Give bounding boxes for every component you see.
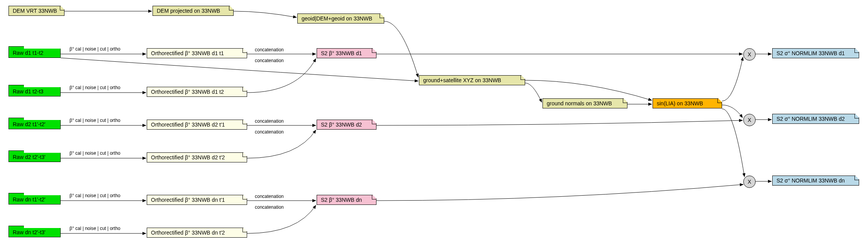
edge-label-pipeline-4: β° cal | noise | cut | ortho — [70, 150, 120, 156]
label: ground+satellite XYZ on 33NWB — [423, 77, 501, 83]
label: Raw dn t2'-t3' — [13, 229, 46, 235]
label: Orthorectified β° 33NWB d1 t2 — [151, 89, 224, 95]
label: S2 β° 33NWB d2 — [321, 122, 362, 128]
label: DEM projected on 33NWB — [157, 8, 220, 14]
node-out-d2: S2 σ° NORMLIM 33NWB d2 — [772, 114, 859, 124]
node-ortho-dn-t2: Orthorectified β° 33NWB dn t'2 — [147, 228, 247, 238]
node-ortho-d2-t1: Orthorectified β° 33NWB d2 t'1 — [147, 120, 247, 130]
label: geoid|DEM+geoid on 33NWB — [302, 15, 372, 22]
node-dem-vrt: DEM VRT 33NWB — [8, 6, 64, 16]
label: Orthorectified β° 33NWB dn t'1 — [151, 197, 225, 203]
label: Orthorectified β° 33NWB d1 t1 — [151, 50, 224, 56]
label: DEM VRT 33NWB — [13, 8, 57, 14]
node-ground-sat: ground+satellite XYZ on 33NWB — [419, 75, 525, 85]
arrows-layer — [0, 0, 868, 245]
label: S2 β° 33NWB d1 — [321, 50, 362, 56]
label: Orthorectified β° 33NWB d2 t'1 — [151, 122, 225, 128]
node-raw-d2-t2: Raw d2 t2'-t3' — [8, 150, 61, 162]
label: S2 β° 33NWB dn — [321, 197, 362, 203]
node-dem-proj: DEM projected on 33NWB — [153, 6, 234, 16]
node-mult-d1: X — [743, 48, 756, 61]
label: X — [748, 51, 751, 57]
edge-label-pipeline-2: β° cal | noise | cut | ortho — [70, 85, 120, 90]
edge-label-concat-2b: concatenation — [255, 129, 284, 135]
node-s2b-d1: S2 β° 33NWB d1 — [317, 48, 376, 58]
edge-label-pipeline-5: β° cal | noise | cut | ortho — [70, 193, 120, 198]
label: S2 σ° NORMLIM 33NWB d1 — [776, 50, 845, 56]
label: X — [748, 117, 751, 123]
edge-label-concat-2a: concatenation — [255, 118, 284, 124]
label: ground normals on 33NWB — [547, 100, 612, 106]
label: X — [748, 179, 751, 185]
node-ortho-d2-t2: Orthorectified β° 33NWB d2 t'2 — [147, 152, 247, 162]
label: sin(LIA) on 33NWB — [657, 100, 703, 106]
node-ortho-d1-t2: Orthorectified β° 33NWB d1 t2 — [147, 87, 247, 97]
label: Raw d1 t1-t2 — [13, 50, 43, 56]
node-raw-dn-t2: Raw dn t2'-t3' — [8, 226, 61, 237]
node-mult-d2: X — [743, 114, 756, 126]
node-ortho-dn-t1: Orthorectified β° 33NWB dn t'1 — [147, 195, 247, 205]
node-raw-d1-t1: Raw d1 t1-t2 — [8, 46, 61, 58]
node-raw-dn-t1: Raw dn t1'-t2' — [8, 193, 61, 204]
label: Raw d1 t2-t3 — [13, 88, 43, 95]
label: Orthorectified β° 33NWB d2 t'2 — [151, 154, 225, 161]
node-raw-d2-t1: Raw d2 t1'-t2' — [8, 118, 61, 129]
node-ground-norm: ground normals on 33NWB — [542, 98, 627, 108]
node-s2b-dn: S2 β° 33NWB dn — [317, 195, 376, 205]
node-out-dn: S2 σ° NORMLIM 33NWB dn — [772, 176, 859, 186]
edge-label-pipeline-1: β° cal | noise | cut | ortho — [70, 46, 120, 52]
edge-label-pipeline-3: β° cal | noise | cut | ortho — [70, 118, 120, 123]
node-raw-d1-t2: Raw d1 t2-t3 — [8, 85, 61, 96]
node-ortho-d1-t1: Orthorectified β° 33NWB d1 t1 — [147, 48, 247, 58]
edge-label-pipeline-6: β° cal | noise | cut | ortho — [70, 226, 120, 231]
node-out-d1: S2 σ° NORMLIM 33NWB d1 — [772, 48, 859, 58]
node-mult-dn: X — [743, 176, 756, 188]
label: S2 σ° NORMLIM 33NWB d2 — [776, 116, 845, 122]
edge-label-concat-3a: concatenation — [255, 194, 284, 199]
node-s2b-d2: S2 β° 33NWB d2 — [317, 120, 376, 130]
edge-label-concat-1b: concatenation — [255, 58, 284, 63]
label: S2 σ° NORMLIM 33NWB dn — [776, 177, 845, 184]
edge-label-concat-3b: concatenation — [255, 204, 284, 210]
node-sin-lia: sin(LIA) on 33NWB — [653, 98, 722, 108]
label: Raw d2 t2'-t3' — [13, 154, 46, 160]
label: Raw dn t1'-t2' — [13, 196, 46, 203]
label: Orthorectified β° 33NWB dn t'2 — [151, 230, 225, 236]
node-geoid: geoid|DEM+geoid on 33NWB — [297, 14, 384, 24]
edge-label-concat-1a: concatenation — [255, 47, 284, 52]
label: Raw d2 t1'-t2' — [13, 121, 46, 127]
